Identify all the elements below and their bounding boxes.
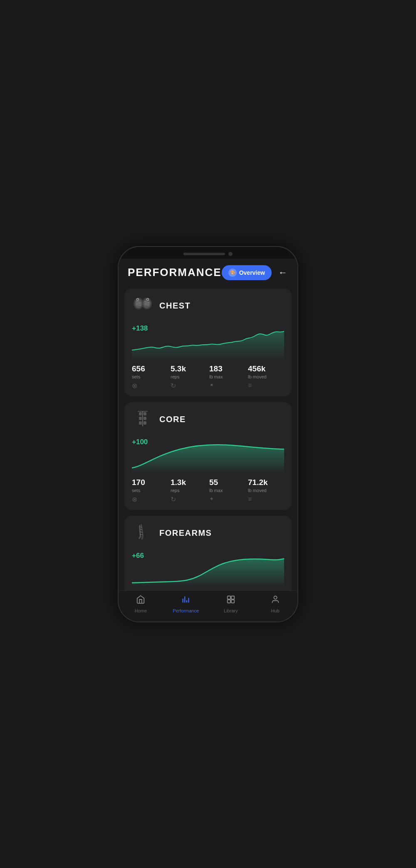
chest-lbmax-label: lb max	[209, 374, 223, 379]
chest-lbmoved-label: lb moved	[248, 374, 267, 379]
page-title: PERFORMANCE	[128, 266, 222, 279]
chest-chart	[132, 327, 284, 358]
core-stats: 170 sets ⊗ 1.3k reps ↻ 55 lb max ✦	[132, 478, 284, 503]
bottom-nav: Home Performance	[119, 590, 297, 622]
svg-rect-31	[231, 596, 234, 599]
overview-label: Overview	[239, 269, 265, 276]
nav-home-label: Home	[135, 608, 147, 613]
forearms-card-header: FOREARMS	[132, 522, 284, 544]
screen-content: PERFORMANCE 🎨 Overview ←	[119, 259, 297, 618]
core-lbmoved-value: 71.2k	[248, 478, 268, 487]
nav-library-label: Library	[224, 608, 238, 613]
svg-point-12	[137, 298, 139, 300]
core-reps-value: 1.3k	[171, 478, 186, 487]
svg-rect-15	[144, 412, 146, 415]
performance-icon	[181, 595, 191, 607]
nav-hub[interactable]: Hub	[263, 595, 288, 613]
chest-icon	[132, 295, 154, 317]
svg-line-9	[144, 305, 149, 305]
notch-dot	[228, 252, 233, 256]
chest-lbmax-icon: ✦	[208, 381, 216, 389]
chest-lbmax-value: 183	[209, 364, 223, 373]
svg-point-13	[147, 298, 149, 300]
chest-reps-label: reps	[171, 374, 179, 379]
forearms-name: FOREARMS	[159, 528, 212, 538]
svg-rect-33	[231, 599, 234, 602]
chest-chart-area: +138	[132, 321, 284, 358]
svg-rect-17	[144, 417, 146, 420]
core-chart-area: +100	[132, 435, 284, 472]
chest-stats: 656 sets ⊗ 5.3k reps ↻ 183 lb max ✦	[132, 364, 284, 390]
svg-line-6	[136, 305, 141, 305]
hub-icon	[271, 595, 280, 607]
core-stat-lbmoved: 71.2k lb moved ≡	[248, 478, 284, 503]
status-bar	[119, 247, 297, 259]
core-sets-label: sets	[132, 488, 140, 493]
overview-button[interactable]: 🎨 Overview	[222, 265, 272, 280]
header: PERFORMANCE 🎨 Overview ←	[119, 259, 297, 285]
chest-reps-icon: ↻	[171, 382, 176, 390]
overview-icon: 🎨	[228, 269, 237, 277]
chest-stat-lbmax: 183 lb max ✦	[209, 364, 245, 390]
svg-rect-30	[228, 596, 230, 599]
chest-sets-label: sets	[132, 374, 140, 379]
library-icon	[226, 595, 235, 607]
svg-point-34	[274, 596, 277, 599]
nav-home[interactable]: Home	[128, 595, 153, 613]
chest-lbmoved-value: 456k	[248, 364, 265, 373]
core-stat-sets: 170 sets ⊗	[132, 478, 168, 503]
chest-stat-lbmoved: 456k lb moved ≡	[248, 364, 284, 390]
core-lbmoved-label: lb moved	[248, 488, 267, 493]
forearms-icon	[132, 522, 154, 544]
chest-stat-reps: 5.3k reps ↻	[171, 364, 207, 390]
chest-stat-sets: 656 sets ⊗	[132, 364, 168, 390]
phone-frame: PERFORMANCE 🎨 Overview ←	[119, 247, 297, 622]
chest-name: CHEST	[159, 301, 191, 311]
chest-reps-value: 5.3k	[171, 364, 186, 373]
core-name: CORE	[159, 415, 186, 424]
forearms-chart-area: +66	[132, 548, 284, 586]
chest-lbmoved-icon: ≡	[248, 382, 252, 389]
core-lbmoved-icon: ≡	[248, 495, 252, 503]
back-button[interactable]: ←	[277, 266, 289, 280]
notch-pill	[183, 253, 225, 255]
nav-performance[interactable]: Performance	[173, 595, 199, 613]
core-reps-label: reps	[171, 488, 179, 493]
core-card: CORE +100	[124, 402, 292, 510]
svg-rect-16	[139, 417, 142, 420]
core-lbmax-icon: ✦	[209, 495, 214, 502]
svg-rect-14	[139, 412, 142, 415]
core-stat-lbmax: 55 lb max ✦	[209, 478, 245, 503]
svg-rect-18	[139, 421, 142, 425]
cards-container: CHEST +138	[119, 285, 297, 618]
chest-sets-value: 656	[132, 364, 145, 373]
nav-library[interactable]: Library	[218, 595, 243, 613]
chest-card: CHEST +138	[124, 289, 292, 396]
chest-card-header: CHEST	[132, 295, 284, 317]
core-sets-icon: ⊗	[132, 495, 137, 503]
svg-rect-32	[228, 599, 230, 602]
nav-hub-label: Hub	[271, 608, 280, 613]
core-sets-value: 170	[132, 478, 145, 487]
core-stat-reps: 1.3k reps ↻	[171, 478, 207, 503]
core-card-header: CORE	[132, 409, 284, 430]
core-chart	[132, 441, 284, 472]
home-icon	[136, 595, 145, 607]
nav-performance-label: Performance	[173, 608, 199, 613]
core-reps-icon: ↻	[171, 495, 176, 503]
header-right: 🎨 Overview ←	[222, 265, 289, 280]
core-lbmax-value: 55	[209, 478, 218, 487]
forearms-chart	[132, 555, 284, 586]
svg-rect-19	[144, 421, 146, 425]
chest-sets-icon: ⊗	[132, 382, 137, 390]
core-lbmax-label: lb max	[209, 488, 223, 493]
core-icon	[132, 409, 154, 430]
